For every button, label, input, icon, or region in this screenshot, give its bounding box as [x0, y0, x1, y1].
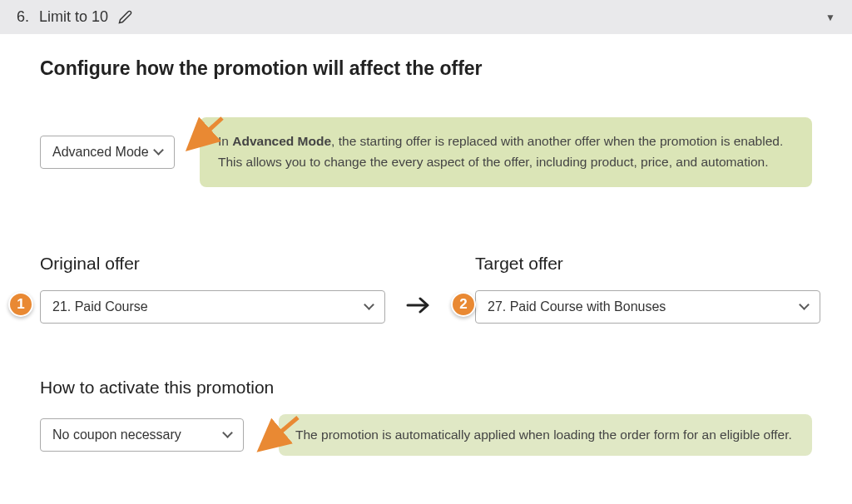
target-offer-label: Target offer	[475, 254, 820, 274]
configure-heading: Configure how the promotion will affect …	[40, 57, 812, 80]
chevron-down-icon	[800, 303, 808, 311]
edit-icon[interactable]	[118, 10, 132, 24]
activate-row: No coupon necessary The promotion is aut…	[40, 414, 812, 457]
original-offer-column: Original offer 21. Paid Course	[40, 254, 385, 324]
chevron-down-icon	[223, 431, 231, 439]
activation-select-value: No coupon necessary	[52, 427, 181, 442]
target-offer-select[interactable]: 27. Paid Course with Bonuses	[475, 290, 820, 324]
step-number: 6.	[17, 8, 29, 26]
mode-info-box: In Advanced Mode, the starting offer is …	[200, 117, 812, 187]
badge-1: 1	[8, 292, 33, 317]
collapse-chevron-icon[interactable]: ▼	[825, 12, 835, 23]
chevron-down-icon	[154, 148, 162, 156]
arrow-right-icon	[405, 295, 432, 324]
info-text-bold: Advanced Mode	[232, 134, 331, 148]
activation-info-box: The promotion is automatically applied w…	[279, 414, 812, 457]
chevron-down-icon	[364, 303, 373, 311]
mode-select-value: Advanced Mode	[52, 145, 149, 160]
mode-select[interactable]: Advanced Mode	[40, 136, 175, 169]
target-offer-column: Target offer 27. Paid Course with Bonuse…	[475, 254, 820, 324]
original-offer-value: 21. Paid Course	[52, 299, 148, 314]
original-offer-select[interactable]: 21. Paid Course	[40, 290, 385, 324]
target-offer-value: 27. Paid Course with Bonuses	[488, 299, 666, 314]
step-content: Configure how the promotion will affect …	[0, 34, 852, 472]
step-header-left: 6. Limit to 10	[17, 8, 132, 26]
step-title: Limit to 10	[39, 8, 108, 26]
step-header[interactable]: 6. Limit to 10 ▼	[0, 0, 852, 34]
offers-row: 1 Original offer 21. Paid Course 2 Targe…	[40, 254, 812, 324]
activation-select[interactable]: No coupon necessary	[40, 418, 244, 452]
activate-heading: How to activate this promotion	[40, 378, 812, 398]
original-offer-label: Original offer	[40, 254, 385, 274]
info-text-prefix: In	[218, 134, 232, 148]
badge-2: 2	[451, 292, 476, 317]
mode-row: Advanced Mode In Advanced Mode, the star…	[40, 117, 812, 187]
